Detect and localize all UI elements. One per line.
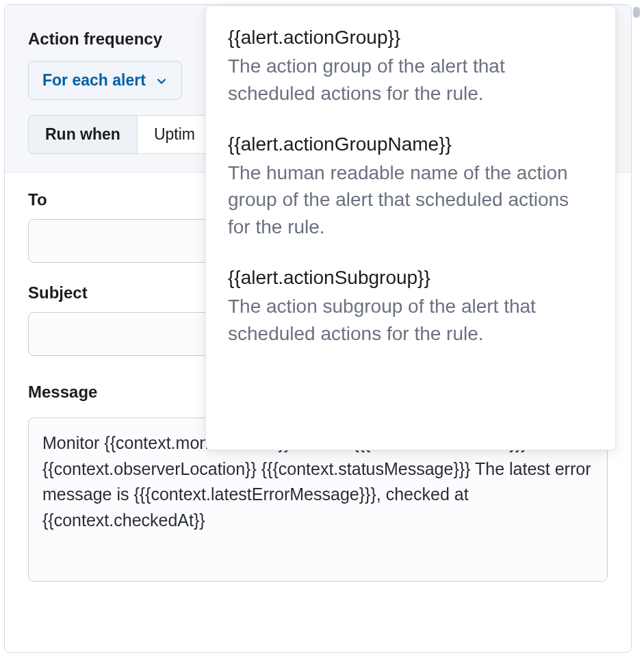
popover-var-desc: The human readable name of the action gr…	[228, 159, 593, 241]
chevron-down-icon	[155, 75, 168, 87]
popover-var-name: {{alert.actionSubgroup}}	[228, 267, 593, 289]
popover-var-desc: The action group of the alert that sched…	[228, 53, 593, 107]
popover-var-desc: The action subgroup of the alert that sc…	[228, 293, 593, 348]
popover-var-name: {{alert.actionGroup}}	[228, 27, 593, 49]
popover-item[interactable]: {{alert.actionSubgroup}} The action subg…	[228, 267, 593, 348]
popover-item[interactable]: {{alert.actionGroupName}} The human read…	[228, 133, 593, 241]
frequency-select-value: For each alert	[42, 71, 146, 90]
message-label: Message	[28, 383, 97, 402]
run-when-value: Uptim	[154, 125, 195, 144]
run-when-label: Run when	[28, 115, 137, 154]
variable-popover: {{alert.actionGroup}} The action group o…	[205, 5, 616, 450]
scrollbar-thumb[interactable]	[633, 7, 640, 18]
popover-item[interactable]: {{alert.actionGroup}} The action group o…	[228, 27, 593, 107]
frequency-select[interactable]: For each alert	[28, 61, 182, 100]
popover-var-name: {{alert.actionGroupName}}	[228, 133, 593, 155]
